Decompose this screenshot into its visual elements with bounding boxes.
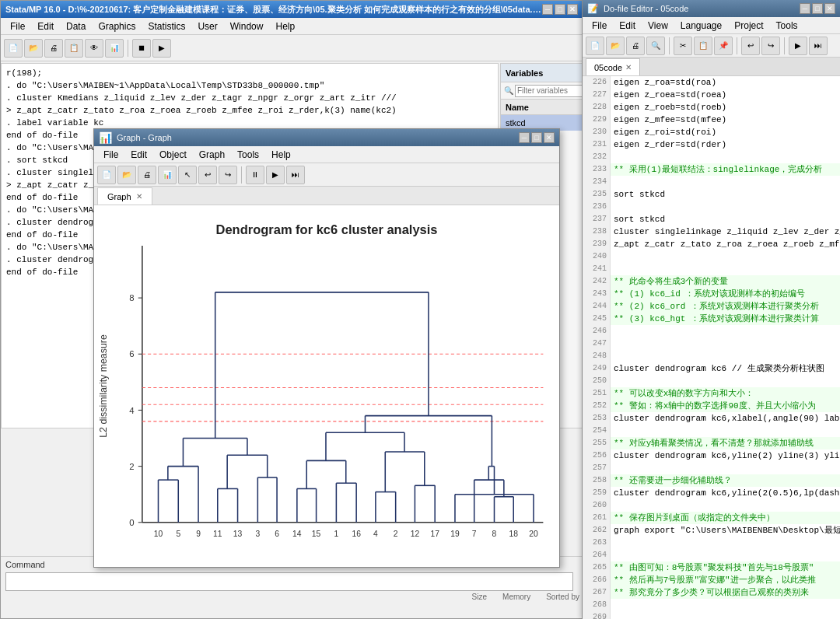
editor-close-button[interactable]: ✕ [824, 3, 835, 14]
editor-copy-icon[interactable]: 📋 [694, 37, 712, 55]
line-content [611, 201, 614, 213]
y-axis-label: L2 dissimilarity measure [98, 334, 109, 438]
editor-run-all-icon[interactable]: ⏭ [809, 37, 828, 55]
output-line: r(198); [6, 67, 493, 79]
graph-menu-object[interactable]: Object [153, 148, 193, 162]
command-input[interactable] [5, 572, 573, 591]
editor-cut-icon[interactable]: ✂ [674, 37, 692, 55]
graph-forward-icon[interactable]: ⏭ [286, 166, 305, 184]
line-content: ** 还需要进一步细化辅助线？ [611, 474, 732, 487]
print-icon[interactable]: 🖨 [44, 39, 63, 58]
menu-window[interactable]: Window [224, 19, 270, 33]
run-icon[interactable]: ▶ [152, 39, 171, 58]
editor-minimize-button[interactable]: ─ [800, 3, 810, 14]
graph-menu-help[interactable]: Help [265, 148, 297, 162]
editor-menu-file[interactable]: File [586, 19, 613, 33]
line-content [611, 549, 614, 561]
menu-edit[interactable]: Edit [31, 19, 60, 33]
editor-open-icon[interactable]: 📂 [606, 37, 625, 55]
graph-toolbar-sep [241, 166, 242, 184]
editor-print-icon[interactable]: 🖨 [626, 37, 645, 55]
break-icon[interactable]: ⏹ [132, 39, 151, 58]
code-area[interactable]: 226 eigen z_roa=std(roa) 227 eigen z_roe… [583, 76, 840, 619]
graph-pause-icon[interactable]: ⏸ [246, 166, 264, 184]
graph-open-icon[interactable]: 📂 [117, 166, 136, 184]
line-content: cluster singlelinkage z_liquid z_lev z_d… [611, 226, 840, 238]
new-dofile-icon[interactable]: 📄 [4, 39, 23, 58]
minimize-button[interactable]: ─ [542, 4, 553, 15]
graph-menu-file[interactable]: File [97, 148, 124, 162]
maximize-button[interactable]: □ [555, 4, 565, 15]
editor-paste-icon[interactable]: 📌 [714, 37, 733, 55]
code-line-254: 254 [583, 425, 840, 437]
editor-menu-language[interactable]: Language [674, 19, 728, 33]
editor-window-controls: ─ □ ✕ [800, 3, 835, 14]
line-content: eigen z_roeb=std(roeb) [611, 101, 726, 114]
graph-menu-edit[interactable]: Edit [124, 148, 153, 162]
line-num: 230 [583, 126, 611, 138]
open-icon[interactable]: 📂 [24, 39, 43, 58]
close-button[interactable]: ✕ [567, 4, 578, 15]
editor-tab-05code[interactable]: 05code ✕ [586, 58, 640, 75]
editor-undo-icon[interactable]: ↩ [741, 37, 760, 55]
editor-menu-project[interactable]: Project [728, 19, 769, 33]
graph-minimize-button[interactable]: ─ [519, 132, 530, 143]
menu-statistics[interactable]: Statistics [142, 19, 191, 33]
toolbar-sep1 [128, 40, 128, 57]
menu-file[interactable]: File [4, 19, 31, 33]
menu-data[interactable]: Data [60, 19, 92, 33]
line-content: ** 对应y轴看聚类情况，看不清楚？那就添加辅助线 [611, 437, 814, 449]
line-num: 251 [583, 387, 611, 400]
line-num: 237 [583, 213, 611, 226]
y-tick-8: 8 [129, 293, 134, 303]
line-content [611, 462, 614, 474]
menu-help[interactable]: Help [269, 19, 301, 33]
editor-menu-view[interactable]: View [642, 19, 674, 33]
graph-close-button[interactable]: ✕ [544, 132, 555, 143]
dendrogram-chart: Dendrogram for kc6 cluster analysis L2 d… [94, 205, 559, 567]
editor-toolbar: 📄 📂 🖨 🔍 ✂ 📋 📌 ↩ ↪ ▶ ⏭ [583, 34, 840, 58]
graph-maximize-button[interactable]: □ [531, 132, 542, 143]
log-icon[interactable]: 📋 [65, 39, 83, 58]
code-line-256: 256 cluster dendrogram kc6,yline(2) ylin… [583, 449, 840, 462]
x-label-15: 15 [312, 530, 321, 538]
graph-cursor-icon[interactable]: ↖ [178, 166, 197, 184]
line-num: 245 [583, 313, 611, 325]
editor-new-icon[interactable]: 📄 [586, 37, 604, 55]
editor-menu-tools[interactable]: Tools [770, 19, 804, 33]
menu-user[interactable]: User [191, 19, 223, 33]
menu-graphics[interactable]: Graphics [92, 19, 142, 33]
graph-title-text: Graph - Graph [117, 133, 519, 142]
editor-tab-close[interactable]: ✕ [625, 63, 632, 72]
line-content: ** 警如：将x轴中的数字选择90度、并且大小缩小为 [611, 400, 816, 412]
line-content: eigen z_mfee=std(mfee) [611, 114, 726, 126]
code-line-268: 268 [583, 599, 840, 611]
editor-menu-edit[interactable]: Edit [613, 19, 642, 33]
y-tick-6: 6 [129, 349, 134, 358]
graph-redo-icon[interactable]: ↪ [219, 166, 237, 184]
line-num: 246 [583, 325, 611, 337]
graph-window-icon: 📊 [99, 131, 112, 144]
editor-redo-icon[interactable]: ↪ [761, 37, 780, 55]
graph-print-icon[interactable]: 🖨 [138, 166, 156, 184]
viewer-icon[interactable]: 👁 [85, 39, 103, 58]
line-content [611, 375, 614, 387]
graph-menu-tools[interactable]: Tools [231, 148, 265, 162]
graph-tab-close[interactable]: ✕ [136, 192, 142, 201]
x-label-9: 9 [196, 530, 201, 538]
editor-icon: 📝 [587, 3, 599, 14]
graph-undo-icon[interactable]: ↩ [198, 166, 217, 184]
editor-menu-bar: File Edit View Language Project Tools [583, 17, 840, 34]
graph-tab[interactable]: Graph ✕ [97, 187, 152, 205]
code-line-265: 265 ** 由图可知：8号股票"聚发科技"首先与18号股票" [583, 561, 840, 574]
editor-search-icon[interactable]: 🔍 [646, 37, 665, 55]
line-content: sort stkcd [611, 213, 665, 226]
graph-menu-graph[interactable]: Graph [193, 148, 231, 162]
graph-new-icon[interactable]: 📄 [97, 166, 116, 184]
graph-icon[interactable]: 📊 [105, 39, 124, 58]
editor-run-icon[interactable]: ▶ [789, 37, 807, 55]
editor-maximize-button[interactable]: □ [812, 3, 823, 14]
graph-chart-icon[interactable]: 📊 [158, 166, 177, 184]
graph-play-icon[interactable]: ▶ [266, 166, 285, 184]
filter-variables-input[interactable] [515, 85, 585, 97]
